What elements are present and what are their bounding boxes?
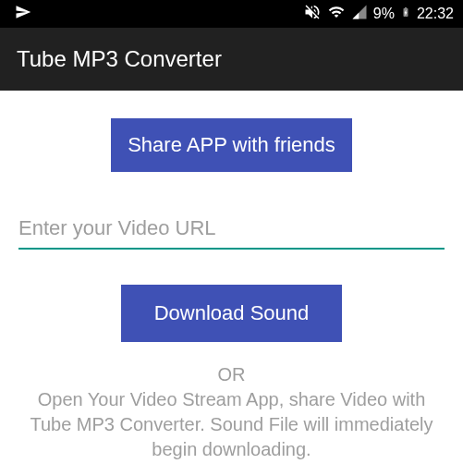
app-bar: Tube MP3 Converter (0, 28, 463, 91)
mute-icon (303, 3, 322, 25)
app-title: Tube MP3 Converter (17, 46, 222, 72)
download-button[interactable]: Download Sound (121, 285, 343, 342)
signal-icon (351, 4, 368, 24)
video-url-input[interactable] (18, 209, 445, 250)
or-label: OR (218, 364, 246, 385)
status-bar: 9% 22:32 (0, 0, 463, 28)
send-icon (15, 4, 31, 24)
clock-time: 22:32 (417, 6, 454, 22)
instruction-text: Open Your Video Stream App, share Video … (18, 387, 445, 462)
battery-percent: 9% (373, 6, 395, 22)
battery-icon (400, 3, 411, 25)
share-button[interactable]: Share APP with friends (111, 118, 352, 172)
wifi-icon (327, 4, 346, 24)
main-content: Share APP with friends Download Sound OR… (0, 91, 463, 462)
